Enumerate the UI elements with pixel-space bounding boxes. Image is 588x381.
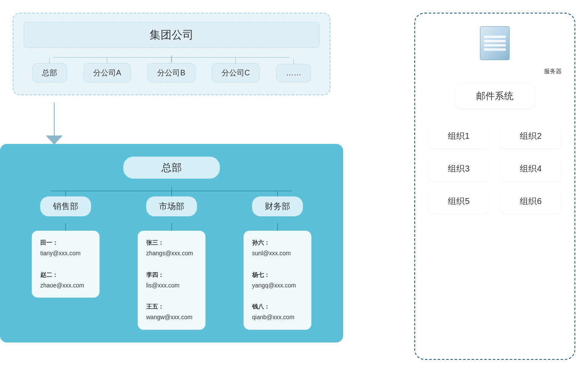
group-child-c: 分公司C [212,63,260,83]
org-2: 组织2 [500,124,562,149]
sales-members: 田一： tiany@xxx.com 赵二： zhaoe@xxx.com [32,231,100,298]
org-grid: 组织1 组织2 组织3 组织4 组织5 组织6 [424,124,566,214]
group-panel: 集团公司 总部 分公司A 分公司B 分公司C …… [13,13,330,95]
dept-finance-title: 财务部 [252,196,303,216]
group-children: 总部 分公司A 分公司B 分公司C …… [24,63,319,83]
dept-sales-title: 销售部 [40,196,91,216]
departments-row: 销售部 田一： tiany@xxx.com 赵二： zhaoe@xxx.com … [13,196,330,330]
finance-members: 孙六： sunl@xxx.com 杨七： yangq@xxx.com 钱八： q… [244,231,311,330]
server-icon [478,26,512,64]
market-members: 张三： zhangs@xxx.com 李四： lis@xxx.com 王五： w… [138,231,205,330]
org-4: 组织4 [500,156,562,181]
dept-market: 市场部 张三： zhangs@xxx.com 李四： lis@xxx.com 王… [138,196,205,330]
hq-title: 总部 [123,157,220,179]
hq-panel: 总部 销售部 田一： tiany@xxx.com 赵二： zhaoe@xxx.c… [0,144,343,342]
dept-sales: 销售部 田一： tiany@xxx.com 赵二： zhaoe@xxx.com [32,196,100,330]
org-1: 组织1 [428,124,490,149]
right-panel: 服务器 邮件系统 组织1 组织2 组织3 组织4 组织5 组织6 [414,13,575,360]
group-child-more: …… [276,64,311,82]
org-6: 组织6 [500,189,562,214]
group-title: 集团公司 [24,22,319,48]
dept-finance: 财务部 孙六： sunl@xxx.com 杨七： yangq@xxx.com 钱… [244,196,311,330]
org-3: 组织3 [428,156,490,181]
dept-market-title: 市场部 [146,196,197,216]
group-child-a: 分公司A [83,63,131,83]
server-label: 服务器 [544,68,562,75]
org-5: 组织5 [428,189,490,214]
group-child-hq: 总部 [32,63,67,83]
mail-system-box: 邮件系统 [455,84,535,108]
group-child-b: 分公司B [147,63,195,83]
arrow-connector [46,102,63,145]
